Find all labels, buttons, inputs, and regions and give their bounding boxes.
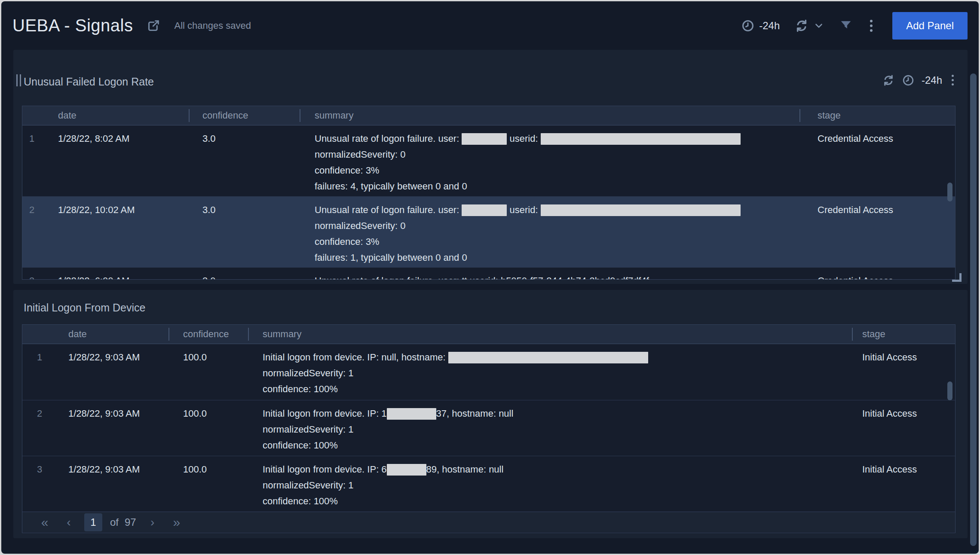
cell-summary: Initial logon from device. IP: null, hos…	[248, 344, 852, 400]
table-scrollbar-thumb[interactable]	[947, 183, 952, 201]
cell-summary: Unusual rate of logon failure. user: use…	[300, 125, 799, 196]
refresh-icon[interactable]	[882, 74, 895, 87]
panel-initial-logon-from-device: Initial Logon From Device dateconfidence…	[13, 290, 968, 538]
table-row[interactable]: 31/28/22, 6:00 AM3.0Unusual rate of logo…	[22, 267, 955, 280]
panel-title: Initial Logon From Device	[24, 302, 145, 314]
cell-date: 1/28/22, 9:03 AM	[52, 400, 168, 456]
redacted-text	[541, 204, 741, 216]
refresh-icon	[794, 18, 809, 33]
table-scrollbar-thumb[interactable]	[947, 381, 952, 400]
clock-icon	[741, 19, 755, 33]
column-header-date[interactable]: date	[57, 106, 189, 125]
table-body: 11/28/22, 9:03 AM100.0Initial logon from…	[22, 344, 955, 512]
last-page-button[interactable]: »	[165, 512, 189, 533]
column-header-index	[22, 325, 52, 344]
column-header-stage[interactable]: stage	[799, 106, 955, 125]
panel-kebab-menu-icon[interactable]	[949, 73, 956, 87]
cell-date: 1/28/22, 6:00 AM	[57, 268, 189, 280]
total-pages: 97	[125, 516, 136, 528]
cell-summary: Unusual rate of logon failure. user: use…	[300, 197, 799, 267]
cell-date: 1/28/22, 9:03 AM	[52, 456, 168, 512]
page-of-label: of	[110, 516, 119, 528]
panel-title: Unusual Failed Logon Rate	[24, 76, 154, 88]
share-icon[interactable]	[146, 18, 161, 34]
redacted-text	[387, 464, 426, 476]
column-header-stage[interactable]: stage	[852, 325, 955, 344]
current-page[interactable]: 1	[84, 513, 102, 531]
cell-num: 2	[22, 197, 57, 267]
column-header-date[interactable]: date	[52, 325, 168, 344]
cell-stage: Credential Access	[799, 268, 955, 280]
cell-date: 1/28/22, 9:03 AM	[52, 344, 168, 400]
cell-num: 2	[22, 400, 52, 456]
signals-table: dateconfidencesummarystage 11/28/22, 8:0…	[22, 106, 956, 280]
cell-conf: 3.0	[189, 268, 300, 280]
table-header-row: dateconfidencesummarystage	[22, 325, 955, 344]
screen: UEBA - Signals All changes saved -24h	[0, 0, 980, 555]
panel-drag-handle[interactable]	[16, 74, 21, 86]
cell-summary: Unusual rate of logon failure. user: tt …	[300, 268, 799, 280]
cell-conf: 3.0	[189, 125, 300, 196]
cell-stage: Initial Access	[852, 344, 955, 400]
cell-num: 1	[22, 125, 57, 196]
table-row[interactable]: 11/28/22, 9:03 AM100.0Initial logon from…	[22, 344, 955, 400]
cell-num: 3	[22, 456, 52, 512]
panel-unusual-failed-logon-rate: Unusual Failed Logon Rate -24h dateconfi…	[13, 50, 968, 284]
cell-date: 1/28/22, 8:02 AM	[57, 125, 189, 196]
column-header-confidence[interactable]: confidence	[189, 106, 300, 125]
cell-summary: Initial logon from device. IP: 689, host…	[248, 456, 852, 512]
pagination: « ‹ 1 of 97 › »	[22, 512, 955, 532]
page-title: UEBA - Signals	[12, 16, 133, 35]
cell-stage: Initial Access	[852, 456, 955, 512]
chevron-down-icon	[813, 20, 824, 31]
table-header-row: dateconfidencesummarystage	[22, 106, 955, 125]
table-row[interactable]: 11/28/22, 8:02 AM3.0Unusual rate of logo…	[22, 125, 955, 196]
next-page-button[interactable]: ›	[141, 512, 165, 533]
panel-toolbar: -24h	[882, 73, 956, 87]
panel-resize-handle[interactable]	[952, 273, 962, 282]
column-header-summary[interactable]: summary	[300, 106, 799, 125]
cell-date: 1/28/22, 10:02 AM	[57, 197, 189, 267]
dashboard-toolbar: -24h	[741, 12, 968, 40]
redacted-text	[462, 133, 507, 145]
cell-conf: 100.0	[168, 344, 248, 400]
signals-table: dateconfidencesummarystage 11/28/22, 9:0…	[22, 324, 956, 533]
table-row[interactable]: 21/28/22, 9:03 AM100.0Initial logon from…	[22, 400, 955, 456]
redacted-text	[462, 204, 507, 216]
cell-conf: 3.0	[189, 197, 300, 267]
cell-stage: Credential Access	[799, 125, 955, 196]
first-page-button[interactable]: «	[33, 512, 57, 533]
dashboard-header: UEBA - Signals All changes saved -24h	[1, 1, 979, 50]
add-panel-button[interactable]: Add Panel	[892, 12, 968, 40]
filter-icon[interactable]	[839, 19, 853, 33]
column-header-confidence[interactable]: confidence	[168, 325, 248, 344]
table-body: 11/28/22, 8:02 AM3.0Unusual rate of logo…	[22, 125, 955, 280]
time-range-selector[interactable]: -24h	[741, 19, 780, 33]
panel-time-range-label: -24h	[922, 74, 942, 86]
table-row[interactable]: 21/28/22, 10:02 AM3.0Unusual rate of log…	[22, 196, 955, 267]
clock-icon[interactable]	[902, 74, 915, 87]
time-range-label: -24h	[759, 20, 780, 32]
cell-num: 1	[22, 344, 52, 400]
column-header-index	[22, 106, 57, 125]
redacted-text	[448, 352, 648, 363]
column-header-summary[interactable]: summary	[248, 325, 852, 344]
cell-num: 3	[22, 268, 57, 280]
page-scrollbar[interactable]	[970, 73, 977, 546]
cell-summary: Initial logon from device. IP: 137, host…	[248, 400, 852, 456]
cell-stage: Initial Access	[852, 400, 955, 456]
previous-page-button[interactable]: ‹	[57, 512, 81, 533]
table-row[interactable]: 31/28/22, 9:03 AM100.0Initial logon from…	[22, 456, 955, 512]
kebab-menu-icon[interactable]	[867, 18, 875, 34]
dashboard-app: UEBA - Signals All changes saved -24h	[1, 1, 979, 554]
redacted-text	[387, 408, 436, 420]
cell-stage: Credential Access	[799, 197, 955, 267]
refresh-control[interactable]	[794, 18, 824, 33]
redacted-text	[541, 133, 741, 145]
save-status: All changes saved	[174, 20, 251, 31]
cell-conf: 100.0	[168, 400, 248, 456]
cell-conf: 100.0	[168, 456, 248, 512]
